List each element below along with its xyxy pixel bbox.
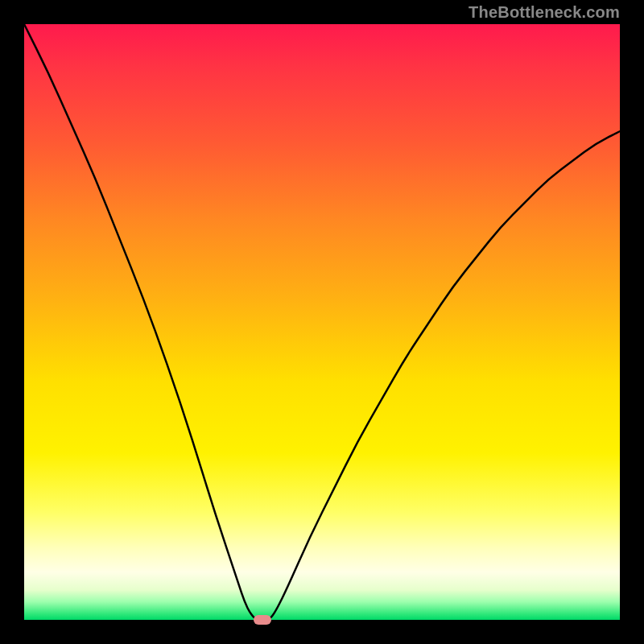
optimum-marker xyxy=(254,615,271,625)
plot-area xyxy=(24,24,620,620)
bottleneck-curve xyxy=(24,24,620,620)
watermark-text: TheBottleneck.com xyxy=(469,3,620,22)
curve-svg xyxy=(24,24,620,620)
chart-frame: TheBottleneck.com xyxy=(0,0,644,644)
